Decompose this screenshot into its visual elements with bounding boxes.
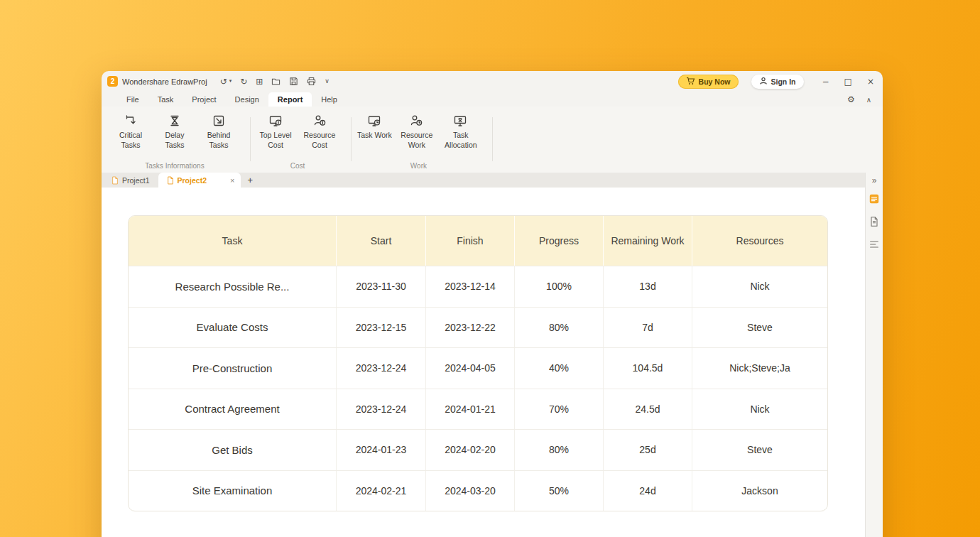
sidebar-collapse-icon[interactable]: » <box>872 175 877 185</box>
outline-panel-icon[interactable] <box>868 237 881 251</box>
tab-project1[interactable]: Project1 <box>103 173 158 188</box>
cell-remaining-work: 25d <box>604 430 692 470</box>
undo-dropdown-icon[interactable]: ▾ <box>229 79 232 84</box>
ribbon-group-label: Tasks Informations <box>106 162 244 170</box>
task-work-button[interactable]: Task Work <box>354 111 395 141</box>
header-resources: Resources <box>692 216 827 266</box>
table-row[interactable]: Pre-Construction 2023-12-24 2024-04-05 4… <box>129 347 827 389</box>
cell-remaining-work: 24.5d <box>604 389 692 430</box>
ribbon-button-label: Delay Tasks <box>156 131 194 150</box>
critical-tasks-icon <box>124 114 138 129</box>
menu-task[interactable]: Task <box>148 92 183 107</box>
top-level-cost-icon <box>268 114 283 129</box>
cell-resources: Nick <box>692 389 827 430</box>
cell-start: 2023-12-15 <box>337 308 426 348</box>
cell-start: 2023-11-30 <box>337 266 426 307</box>
app-title: Wondershare EdrawProj <box>122 77 207 86</box>
table-row[interactable]: Evaluate Costs 2023-12-15 2023-12-22 80%… <box>129 307 827 348</box>
menu-report[interactable]: Report <box>268 92 312 107</box>
titlebar: 2 Wondershare EdrawProj ↺ ▾ ↻ ⊞ ∨ Buy No… <box>102 71 883 90</box>
cell-start: 2023-12-24 <box>337 348 426 389</box>
cell-resources: Nick <box>692 266 827 307</box>
cell-progress: 100% <box>515 266 604 307</box>
menu-design[interactable]: Design <box>226 92 268 107</box>
cell-task: Pre-Construction <box>129 348 337 389</box>
cell-finish: 2024-04-05 <box>426 348 515 389</box>
resource-work-icon <box>409 114 424 129</box>
report-table[interactable]: Task Start Finish Progress Remaining Wor… <box>128 215 828 511</box>
new-document-icon[interactable]: ⊞ <box>256 77 263 86</box>
ribbon: Critical Tasks Delay Tasks Behind Tasks … <box>102 107 883 173</box>
document-icon <box>167 176 174 185</box>
buy-now-label: Buy Now <box>699 77 731 86</box>
cell-resources: Nick;Steve;Ja <box>692 348 827 389</box>
document-panel-icon[interactable] <box>868 215 881 228</box>
critical-tasks-button[interactable]: Critical Tasks <box>109 111 153 150</box>
menu-help[interactable]: Help <box>312 92 347 107</box>
cell-progress: 80% <box>515 308 604 348</box>
ribbon-group-label: Work <box>352 162 486 170</box>
ribbon-button-label: Resource Work <box>398 131 436 150</box>
top-level-cost-button[interactable]: Top Level Cost <box>254 111 298 150</box>
ribbon-button-label: Critical Tasks <box>111 131 150 150</box>
cell-progress: 40% <box>515 348 604 389</box>
table-row[interactable]: Site Examination 2024-02-21 2024-03-20 5… <box>129 470 827 511</box>
new-tab-button[interactable]: + <box>241 173 259 188</box>
cell-progress: 50% <box>515 471 604 511</box>
cell-start: 2024-02-21 <box>337 471 426 511</box>
maximize-button[interactable]: □ <box>844 77 852 87</box>
undo-icon[interactable]: ↺ <box>220 77 227 86</box>
delay-tasks-button[interactable]: Delay Tasks <box>153 111 197 150</box>
buy-now-button[interactable]: Buy Now <box>678 75 739 89</box>
table-header-row: Task Start Finish Progress Remaining Wor… <box>129 216 827 266</box>
behind-tasks-button[interactable]: Behind Tasks <box>197 111 241 150</box>
minimize-button[interactable]: − <box>822 77 829 87</box>
collapse-ribbon-icon[interactable]: ∧ <box>866 96 871 104</box>
ribbon-group-label: Cost <box>251 162 344 170</box>
quick-access-toolbar: ↺ ▾ ↻ ⊞ ∨ <box>220 77 330 86</box>
menubar: File Task Project Design Report Help ⚙ ∧ <box>102 90 883 107</box>
close-button[interactable]: × <box>867 77 874 87</box>
header-task: Task <box>129 216 337 266</box>
resource-cost-button[interactable]: Resource Cost <box>298 111 342 150</box>
cell-finish: 2024-03-20 <box>426 471 515 511</box>
ribbon-button-label: Task Work <box>357 131 392 141</box>
toolbar-more-icon[interactable]: ∨ <box>325 78 330 85</box>
settings-gear-icon[interactable]: ⚙ <box>847 94 855 104</box>
resource-work-button[interactable]: Resource Work <box>395 111 439 150</box>
document-tabstrip: Project1 Project2 × + <box>102 173 865 188</box>
redo-icon[interactable]: ↻ <box>240 77 247 86</box>
print-icon[interactable] <box>307 77 316 86</box>
table-row[interactable]: Research Possible Re... 2023-11-30 2023-… <box>129 266 827 307</box>
task-allocation-button[interactable]: Task Allocation <box>439 111 483 150</box>
open-folder-icon[interactable] <box>271 77 281 86</box>
report-panel-icon[interactable] <box>868 192 881 205</box>
tab-project2[interactable]: Project2 × <box>158 173 241 188</box>
behind-tasks-icon <box>212 114 227 129</box>
cell-progress: 80% <box>515 430 604 470</box>
cell-task: Get Bids <box>129 430 337 470</box>
cell-resources: Steve <box>692 308 827 348</box>
document-icon <box>111 176 119 185</box>
table-row[interactable]: Contract Agreement 2023-12-24 2024-01-21… <box>129 389 827 430</box>
cell-finish: 2024-02-20 <box>426 430 515 470</box>
header-start: Start <box>337 216 426 266</box>
tab-close-icon[interactable]: × <box>230 176 234 185</box>
header-finish: Finish <box>426 216 515 266</box>
sign-in-button[interactable]: Sign In <box>751 75 804 89</box>
ribbon-button-label: Top Level Cost <box>256 131 295 150</box>
window-controls: − □ × <box>822 77 874 87</box>
app-window: 2 Wondershare EdrawProj ↺ ▾ ↻ ⊞ ∨ Buy No… <box>102 71 883 537</box>
table-row[interactable]: Get Bids 2024-01-23 2024-02-20 80% 25d S… <box>129 429 827 470</box>
save-icon[interactable] <box>289 77 298 86</box>
canvas[interactable]: Task Start Finish Progress Remaining Wor… <box>102 188 865 537</box>
menu-file[interactable]: File <box>117 92 148 107</box>
menu-project[interactable]: Project <box>183 92 225 107</box>
cell-finish: 2023-12-14 <box>426 266 515 307</box>
person-icon <box>759 77 768 87</box>
cell-start: 2024-01-23 <box>337 430 426 470</box>
task-work-icon <box>367 114 382 129</box>
task-allocation-icon <box>453 114 468 129</box>
resource-cost-icon <box>312 114 327 129</box>
cell-resources: Steve <box>692 430 827 470</box>
